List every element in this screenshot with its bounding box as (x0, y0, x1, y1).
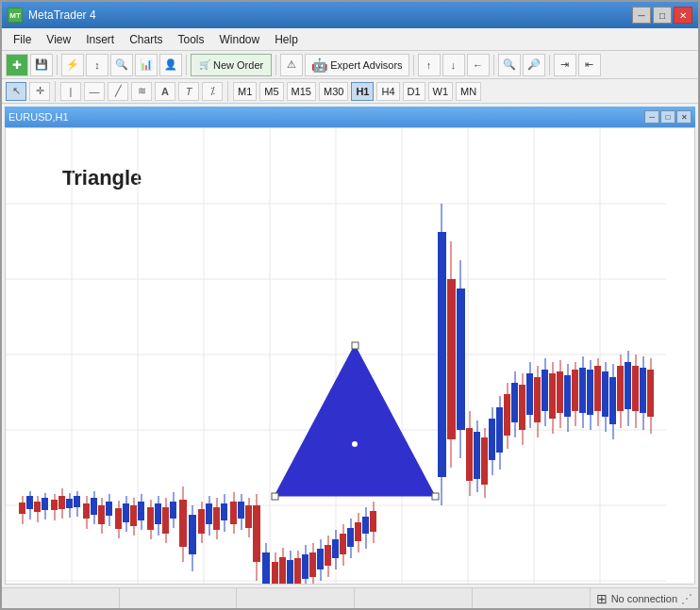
svg-rect-35 (91, 498, 97, 515)
inner-minimize[interactable]: ─ (644, 110, 659, 124)
tf-m5[interactable]: M5 (259, 82, 283, 101)
vertical-line-tool[interactable]: | (60, 82, 81, 101)
tf-mn[interactable]: MN (456, 82, 481, 101)
chart-svg (6, 128, 694, 584)
save-button[interactable]: 💾 (30, 54, 53, 76)
svg-rect-33 (83, 503, 90, 519)
menu-charts[interactable]: Charts (122, 31, 170, 48)
handle-bottom-left (272, 493, 278, 500)
svg-rect-63 (206, 503, 212, 524)
svg-rect-133 (542, 370, 548, 411)
new-chart-button[interactable]: ✚ (6, 54, 28, 76)
chart-up-button[interactable]: ↑ (418, 54, 441, 76)
status-seg-2 (120, 588, 238, 608)
svg-rect-131 (534, 377, 541, 422)
new-order-button[interactable]: 🛒 New Order (191, 54, 272, 76)
svg-rect-147 (594, 366, 601, 411)
svg-rect-107 (438, 232, 446, 477)
chart-down-button[interactable]: ↓ (442, 54, 465, 76)
svg-rect-73 (245, 505, 252, 528)
title-bar-controls: ─ □ ✕ (632, 7, 692, 24)
svg-rect-23 (42, 498, 48, 510)
zoom-in-button[interactable]: 🔍 (498, 54, 521, 76)
svg-rect-87 (302, 554, 308, 579)
profile-button[interactable]: 👤 (159, 54, 182, 76)
menu-help[interactable]: Help (267, 31, 306, 48)
sep2 (186, 55, 187, 75)
tf-h1[interactable]: H1 (351, 82, 374, 101)
sep5 (493, 55, 494, 75)
svg-rect-59 (189, 515, 196, 554)
extra1-button[interactable]: ⇥ (554, 54, 576, 76)
menu-window[interactable]: Window (212, 31, 268, 48)
svg-rect-81 (279, 557, 286, 584)
triangle-polygon[interactable] (275, 345, 435, 496)
svg-rect-117 (481, 437, 488, 485)
tf-m15[interactable]: M15 (287, 82, 316, 101)
trendline-tool[interactable]: ╱ (108, 82, 128, 101)
title-bar: MT MetaTrader 4 ─ □ ✕ (2, 2, 698, 28)
tf-w1[interactable]: W1 (428, 82, 454, 101)
extra2-button[interactable]: ⇤ (578, 54, 601, 76)
menu-view[interactable]: View (39, 31, 78, 48)
tf-d1[interactable]: D1 (403, 82, 425, 101)
svg-rect-109 (447, 279, 456, 439)
tf-m1[interactable]: M1 (233, 82, 257, 101)
alert-button[interactable]: ⚠ (280, 54, 303, 76)
brush-tool[interactable]: ≋ (131, 82, 152, 101)
svg-rect-71 (238, 502, 244, 519)
svg-rect-95 (332, 539, 339, 558)
svg-rect-27 (58, 496, 65, 509)
svg-rect-25 (51, 500, 58, 510)
toolbar-drawing: ↖ ✛ | — ╱ ≋ A T ⁒ M1 M5 M15 M30 H1 H4 D1… (2, 79, 698, 104)
horizontal-line-tool[interactable]: — (84, 82, 105, 101)
cursor-tool[interactable]: ↖ (6, 82, 26, 101)
menu-tools[interactable]: Tools (171, 31, 212, 48)
svg-rect-31 (74, 496, 80, 507)
svg-rect-159 (640, 368, 646, 413)
sep6 (549, 55, 550, 75)
tf-m30[interactable]: M30 (319, 82, 348, 101)
arrow-button[interactable]: ↕ (86, 54, 108, 76)
resize-icon: ⋰ (681, 592, 692, 605)
chart-button[interactable]: 📊 (135, 54, 158, 76)
svg-rect-21 (34, 502, 41, 512)
svg-rect-61 (198, 509, 205, 534)
maximize-button[interactable]: □ (653, 7, 672, 24)
title-bar-text: MetaTrader 4 (28, 8, 96, 22)
svg-rect-135 (549, 373, 556, 419)
svg-rect-113 (466, 428, 473, 481)
sep3 (275, 55, 276, 75)
crosshair-tool[interactable]: ✛ (29, 82, 50, 101)
connection-icon: ⊞ (596, 591, 608, 606)
svg-rect-127 (519, 385, 525, 430)
menu-file[interactable]: File (6, 31, 39, 48)
svg-rect-111 (457, 289, 465, 430)
inner-close[interactable]: ✕ (676, 110, 692, 124)
text-tool2[interactable]: T (178, 82, 199, 101)
connection-status: No connection (611, 593, 677, 604)
text-tool[interactable]: A (155, 82, 175, 101)
chart-left-button[interactable]: ← (467, 54, 490, 76)
handle-top (352, 342, 358, 349)
tf-h4[interactable]: H4 (376, 82, 399, 101)
svg-rect-17 (19, 503, 25, 514)
svg-rect-93 (325, 545, 331, 566)
svg-rect-29 (66, 499, 73, 508)
connect-button[interactable]: ⚡ (61, 54, 84, 76)
handle-bottom-right (432, 493, 439, 500)
status-right: ⊞ No connection ⋰ (591, 591, 698, 606)
svg-rect-45 (130, 505, 137, 526)
chart-area[interactable]: Triangle (5, 127, 695, 585)
minimize-button[interactable]: ─ (632, 7, 651, 24)
close-button[interactable]: ✕ (674, 7, 692, 24)
svg-rect-89 (309, 552, 316, 577)
svg-rect-139 (564, 375, 571, 417)
zoom-out-button[interactable]: 🔎 (523, 54, 545, 76)
menu-insert[interactable]: Insert (78, 31, 122, 48)
fib-tool[interactable]: ⁒ (202, 82, 223, 101)
inner-maximize[interactable]: □ (660, 110, 675, 124)
zoom-button[interactable]: 🔍 (110, 54, 133, 76)
status-bar: ⊞ No connection ⋰ (2, 587, 698, 608)
expert-advisors-button[interactable]: 🤖 Expert Advisors (305, 54, 408, 76)
